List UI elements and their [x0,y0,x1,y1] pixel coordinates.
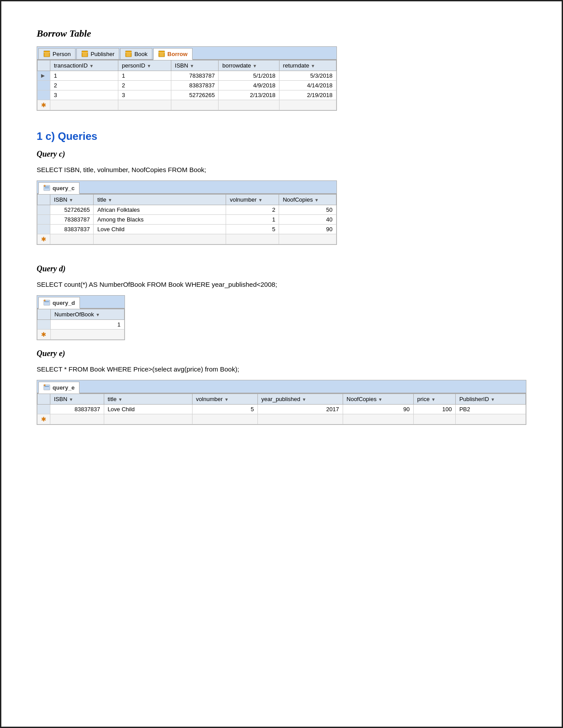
query-d-label: Query d) [37,264,526,274]
cell-transactionid: 2 [50,81,118,90]
cell-c-volnumber: 5 [226,225,279,234]
new-c-cell-3[interactable] [226,234,279,244]
new-cell-1[interactable] [50,100,118,110]
sort-arrow-personid: ▼ [147,64,151,68]
page: Borrow Table Person [0,0,563,728]
sort-arrow-e-year: ▼ [302,397,306,402]
tab-book[interactable]: Book [120,48,152,59]
query-d-tab-label: query_d [53,300,75,306]
new-c-cell-4[interactable] [279,234,336,244]
col-e-price[interactable]: price ▼ [413,394,455,405]
tab-person[interactable]: Person [38,48,76,59]
col-e-title[interactable]: title ▼ [104,394,192,405]
svg-rect-6 [82,52,88,53]
query-d-sql: SELECT count(*) AS NumberOfBook FROM Boo… [37,281,526,288]
sort-arrow-c-noofcopies: ▼ [314,198,319,203]
col-e-noofcopies[interactable]: NoofCopies ▼ [343,394,413,405]
svg-rect-13 [126,55,131,55]
sort-arrow-e-noofcopies: ▼ [378,397,382,402]
cell-returndate: 2/19/2018 [279,90,336,100]
tab-query-d[interactable]: query_d [38,297,80,309]
query-e-label: Query e) [37,349,526,358]
tab-query-e[interactable]: query_e [38,382,79,394]
cell-isbn: 83837837 [171,81,219,90]
tab-publisher[interactable]: Publisher [76,48,119,59]
sort-arrow-e-publisherid: ▼ [491,397,495,402]
section-queries-heading: 1 c) Queries [37,130,526,143]
col-c-isbn[interactable]: ISBN ▼ [50,195,94,205]
col-personid[interactable]: personID ▼ [118,60,171,71]
cell-transactionid: 3 [50,90,118,100]
cell-c-isbn: 78383787 [50,215,94,225]
col-e-yearpublished[interactable]: year_published ▼ [257,394,343,405]
table-icon-borrow [158,50,165,57]
new-e-cell-1[interactable] [50,414,104,424]
row-selector-d-new: ✱ [38,330,51,340]
svg-rect-21 [45,187,49,188]
query-icon-d [43,299,50,306]
table-icon-publisher [81,50,88,57]
new-cell-3[interactable] [171,100,219,110]
tab-book-label: Book [134,51,147,57]
col-c-noofcopies[interactable]: NoofCopies ▼ [279,195,336,205]
new-c-cell-2[interactable] [94,234,226,244]
col-e-isbn[interactable]: ISBN ▼ [50,394,104,405]
new-e-cell-4[interactable] [257,414,343,424]
tab-query-c[interactable]: query_c [38,182,79,194]
svg-rect-7 [83,53,87,54]
cell-borrowdate: 5/1/2018 [219,71,279,81]
cell-c-title: African Folktales [94,205,226,215]
col-e-publisherid[interactable]: PublisherID ▼ [456,394,526,405]
new-c-cell-1[interactable] [50,234,94,244]
new-cell-5[interactable] [279,100,336,110]
cell-c-noofcopies: 50 [279,205,336,215]
cell-personid: 1 [118,71,171,81]
cell-returndate: 4/14/2018 [279,81,336,90]
borrow-table-container: Person Publisher [37,46,337,111]
svg-rect-16 [159,52,165,53]
table-row: 52726265 African Folktales 2 50 [38,205,336,215]
row-selector-c-3 [38,225,50,234]
col-returndate[interactable]: returndate ▼ [279,60,336,71]
query-c-tab-label: query_c [53,185,75,191]
col-e-volnumber[interactable]: volnumber ▼ [192,394,257,405]
query-c-data-table: ISBN ▼ title ▼ volnumber ▼ NoofCopies ▼ … [37,194,336,244]
new-e-cell-6[interactable] [413,414,455,424]
col-c-volnumber[interactable]: volnumber ▼ [226,195,279,205]
col-c-title[interactable]: title ▼ [94,195,226,205]
col-borrowdate[interactable]: borrowdate ▼ [219,60,279,71]
sort-arrow-e-isbn: ▼ [69,397,73,402]
table-row: ▶ 1 1 78383787 5/1/2018 5/3/2018 [38,71,336,81]
borrow-data-table: transactionID ▼ personID ▼ ISBN ▼ borrow… [37,60,336,110]
query-e-table-container: query_e ISBN ▼ title ▼ volnumber ▼ year_… [37,380,526,425]
col-transactionid[interactable]: transactionID ▼ [50,60,118,71]
row-selector-c-2 [38,215,50,225]
new-cell-2[interactable] [118,100,171,110]
cell-e-isbn: 83837837 [50,405,104,414]
cell-e-title: Love Child [104,405,192,414]
new-e-cell-3[interactable] [192,414,257,424]
sort-arrow-c-isbn: ▼ [69,198,73,203]
sort-arrow-isbn: ▼ [190,64,194,68]
cell-e-noofcopies: 90 [343,405,413,414]
svg-point-29 [44,384,45,386]
cell-c-volnumber: 2 [226,205,279,215]
sort-arrow-returndate: ▼ [311,64,315,68]
row-selector-e-1 [38,405,50,414]
cell-c-noofcopies: 40 [279,215,336,225]
new-e-cell-7[interactable] [456,414,526,424]
new-d-cell-1[interactable] [51,330,125,340]
svg-rect-2 [45,53,49,54]
cell-personid: 3 [118,90,171,100]
col-d-numberofbook[interactable]: NumberOfBook ▼ [51,309,125,320]
new-cell-4[interactable] [219,100,279,110]
col-isbn[interactable]: ISBN ▼ [171,60,219,71]
new-e-cell-5[interactable] [343,414,413,424]
svg-rect-25 [45,301,49,302]
tab-borrow[interactable]: Borrow [153,48,193,60]
new-e-cell-2[interactable] [104,414,192,424]
table-row: 78383787 Among the Blacks 1 40 [38,215,336,225]
cell-transactionid: 1 [50,71,118,81]
query-d-tab-bar: query_d [37,296,125,309]
table-row: 2 2 83837837 4/9/2018 4/14/2018 [38,81,336,90]
